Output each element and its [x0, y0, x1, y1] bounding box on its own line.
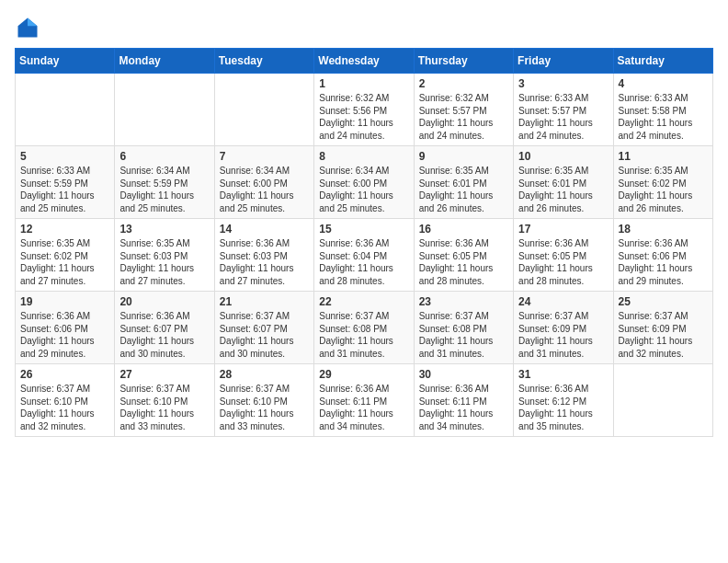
calendar-cell: 14Sunrise: 6:36 AM Sunset: 6:03 PM Dayli… [214, 219, 313, 292]
calendar-day-header: Tuesday [214, 49, 313, 74]
calendar-week-row: 19Sunrise: 6:36 AM Sunset: 6:06 PM Dayli… [16, 292, 713, 364]
day-info: Sunrise: 6:36 AM Sunset: 6:06 PM Dayligh… [20, 310, 109, 360]
day-info: Sunrise: 6:37 AM Sunset: 6:10 PM Dayligh… [220, 383, 309, 432]
day-info: Sunrise: 6:35 AM Sunset: 6:03 PM Dayligh… [119, 237, 209, 287]
calendar-cell: 20Sunrise: 6:36 AM Sunset: 6:07 PM Dayli… [115, 292, 214, 364]
calendar-header-row: SundayMondayTuesdayWednesdayThursdayFrid… [16, 49, 713, 74]
day-info: Sunrise: 6:37 AM Sunset: 6:09 PM Dayligh… [518, 310, 608, 360]
day-number: 26 [20, 368, 109, 381]
day-info: Sunrise: 6:35 AM Sunset: 6:02 PM Dayligh… [619, 165, 708, 214]
logo-icon [15, 15, 40, 40]
calendar-week-row: 5Sunrise: 6:33 AM Sunset: 5:59 PM Daylig… [16, 146, 713, 219]
day-info: Sunrise: 6:34 AM Sunset: 6:00 PM Dayligh… [220, 165, 309, 214]
day-number: 11 [619, 150, 708, 163]
day-number: 19 [20, 295, 109, 308]
calendar-cell: 27Sunrise: 6:37 AM Sunset: 6:10 PM Dayli… [115, 364, 214, 437]
day-info: Sunrise: 6:36 AM Sunset: 6:05 PM Dayligh… [518, 237, 608, 287]
day-info: Sunrise: 6:33 AM Sunset: 5:59 PM Dayligh… [20, 165, 109, 214]
day-number: 9 [419, 150, 508, 163]
calendar-cell: 25Sunrise: 6:37 AM Sunset: 6:09 PM Dayli… [613, 292, 712, 364]
calendar-cell: 17Sunrise: 6:36 AM Sunset: 6:05 PM Dayli… [514, 219, 613, 292]
calendar-cell: 30Sunrise: 6:36 AM Sunset: 6:11 PM Dayli… [414, 364, 513, 437]
day-info: Sunrise: 6:37 AM Sunset: 6:07 PM Dayligh… [220, 310, 309, 360]
calendar-cell: 19Sunrise: 6:36 AM Sunset: 6:06 PM Dayli… [16, 292, 115, 364]
day-number: 4 [619, 77, 708, 90]
calendar-cell: 28Sunrise: 6:37 AM Sunset: 6:10 PM Dayli… [214, 364, 313, 437]
day-number: 6 [119, 150, 209, 163]
calendar-cell: 2Sunrise: 6:32 AM Sunset: 5:57 PM Daylig… [414, 74, 513, 146]
day-info: Sunrise: 6:36 AM Sunset: 6:06 PM Dayligh… [619, 237, 708, 287]
calendar-cell: 6Sunrise: 6:34 AM Sunset: 5:59 PM Daylig… [115, 146, 214, 219]
calendar-cell [115, 74, 214, 146]
day-info: Sunrise: 6:33 AM Sunset: 5:58 PM Dayligh… [619, 92, 708, 142]
calendar-cell [16, 74, 115, 146]
day-number: 2 [419, 77, 508, 90]
day-number: 5 [20, 150, 109, 163]
day-info: Sunrise: 6:37 AM Sunset: 6:10 PM Dayligh… [119, 383, 209, 432]
day-number: 29 [319, 368, 408, 381]
day-number: 12 [20, 223, 109, 236]
calendar-cell: 15Sunrise: 6:36 AM Sunset: 6:04 PM Dayli… [314, 219, 414, 292]
day-info: Sunrise: 6:36 AM Sunset: 6:11 PM Dayligh… [319, 383, 408, 432]
day-info: Sunrise: 6:37 AM Sunset: 6:10 PM Dayligh… [20, 383, 109, 432]
calendar-cell: 22Sunrise: 6:37 AM Sunset: 6:08 PM Dayli… [314, 292, 414, 364]
day-number: 23 [419, 295, 508, 308]
calendar-day-header: Friday [514, 49, 613, 74]
calendar-cell: 23Sunrise: 6:37 AM Sunset: 6:08 PM Dayli… [414, 292, 513, 364]
day-number: 15 [319, 223, 408, 236]
day-number: 3 [518, 77, 608, 90]
day-info: Sunrise: 6:32 AM Sunset: 5:57 PM Dayligh… [419, 92, 508, 142]
calendar-day-header: Saturday [613, 49, 712, 74]
day-info: Sunrise: 6:35 AM Sunset: 6:01 PM Dayligh… [419, 165, 508, 214]
day-number: 20 [119, 295, 209, 308]
calendar-table: SundayMondayTuesdayWednesdayThursdayFrid… [15, 48, 713, 437]
day-info: Sunrise: 6:37 AM Sunset: 6:08 PM Dayligh… [319, 310, 408, 360]
calendar-cell: 31Sunrise: 6:36 AM Sunset: 6:12 PM Dayli… [514, 364, 613, 437]
page-header [15, 15, 713, 40]
day-info: Sunrise: 6:36 AM Sunset: 6:07 PM Dayligh… [119, 310, 209, 360]
day-number: 7 [220, 150, 309, 163]
day-number: 21 [220, 295, 309, 308]
day-number: 18 [619, 223, 708, 236]
calendar-cell: 24Sunrise: 6:37 AM Sunset: 6:09 PM Dayli… [514, 292, 613, 364]
day-number: 22 [319, 295, 408, 308]
day-number: 31 [518, 368, 608, 381]
logo [15, 15, 44, 40]
day-number: 28 [220, 368, 309, 381]
svg-marker-1 [28, 18, 38, 27]
day-info: Sunrise: 6:33 AM Sunset: 5:57 PM Dayligh… [518, 92, 608, 142]
day-info: Sunrise: 6:34 AM Sunset: 6:00 PM Dayligh… [319, 165, 408, 214]
day-number: 17 [518, 223, 608, 236]
day-number: 14 [220, 223, 309, 236]
calendar-day-header: Monday [115, 49, 214, 74]
calendar-cell [613, 364, 712, 437]
day-number: 1 [319, 77, 408, 90]
calendar-week-row: 26Sunrise: 6:37 AM Sunset: 6:10 PM Dayli… [16, 364, 713, 437]
day-number: 16 [419, 223, 508, 236]
calendar-cell: 12Sunrise: 6:35 AM Sunset: 6:02 PM Dayli… [16, 219, 115, 292]
day-info: Sunrise: 6:37 AM Sunset: 6:08 PM Dayligh… [419, 310, 508, 360]
calendar-cell: 11Sunrise: 6:35 AM Sunset: 6:02 PM Dayli… [613, 146, 712, 219]
calendar-cell: 3Sunrise: 6:33 AM Sunset: 5:57 PM Daylig… [514, 74, 613, 146]
calendar-day-header: Wednesday [314, 49, 414, 74]
calendar-day-header: Sunday [16, 49, 115, 74]
calendar-cell: 7Sunrise: 6:34 AM Sunset: 6:00 PM Daylig… [214, 146, 313, 219]
calendar-cell: 21Sunrise: 6:37 AM Sunset: 6:07 PM Dayli… [214, 292, 313, 364]
day-info: Sunrise: 6:35 AM Sunset: 6:01 PM Dayligh… [518, 165, 608, 214]
calendar-cell: 29Sunrise: 6:36 AM Sunset: 6:11 PM Dayli… [314, 364, 414, 437]
day-info: Sunrise: 6:36 AM Sunset: 6:05 PM Dayligh… [419, 237, 508, 287]
calendar-cell: 9Sunrise: 6:35 AM Sunset: 6:01 PM Daylig… [414, 146, 513, 219]
day-number: 24 [518, 295, 608, 308]
calendar-cell: 26Sunrise: 6:37 AM Sunset: 6:10 PM Dayli… [16, 364, 115, 437]
day-info: Sunrise: 6:36 AM Sunset: 6:11 PM Dayligh… [419, 383, 508, 432]
day-info: Sunrise: 6:34 AM Sunset: 5:59 PM Dayligh… [119, 165, 209, 214]
day-info: Sunrise: 6:36 AM Sunset: 6:12 PM Dayligh… [518, 383, 608, 432]
day-info: Sunrise: 6:37 AM Sunset: 6:09 PM Dayligh… [619, 310, 708, 360]
day-number: 30 [419, 368, 508, 381]
calendar-cell: 16Sunrise: 6:36 AM Sunset: 6:05 PM Dayli… [414, 219, 513, 292]
calendar-cell: 4Sunrise: 6:33 AM Sunset: 5:58 PM Daylig… [613, 74, 712, 146]
day-info: Sunrise: 6:36 AM Sunset: 6:04 PM Dayligh… [319, 237, 408, 287]
day-number: 8 [319, 150, 408, 163]
calendar-cell: 13Sunrise: 6:35 AM Sunset: 6:03 PM Dayli… [115, 219, 214, 292]
day-info: Sunrise: 6:36 AM Sunset: 6:03 PM Dayligh… [220, 237, 309, 287]
